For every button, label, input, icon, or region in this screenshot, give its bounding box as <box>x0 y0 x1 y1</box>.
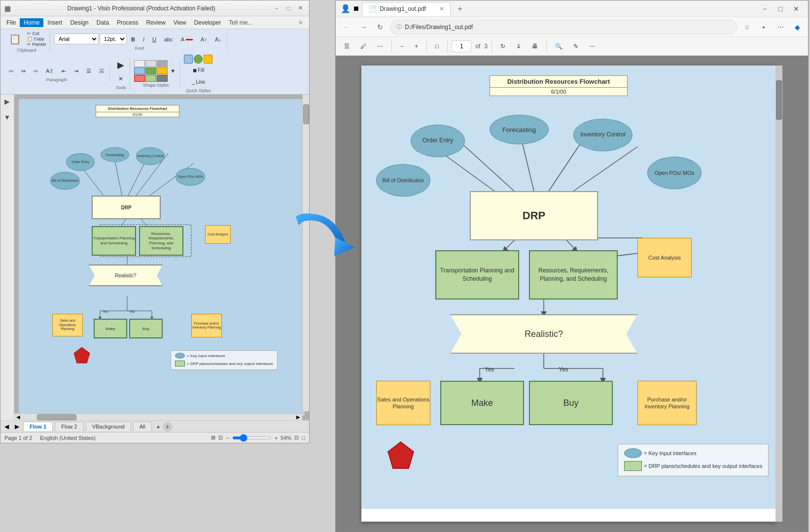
cut-button[interactable]: ✄ Cut <box>26 31 48 36</box>
style-swatch-6[interactable] <box>157 67 168 74</box>
tab-flow1[interactable]: Flow 1 <box>23 422 53 431</box>
font-size-selector[interactable]: 12pt. <box>100 33 127 44</box>
bullets-button[interactable]: ☰ <box>83 66 95 76</box>
style-swatch-4[interactable] <box>134 67 145 74</box>
vertical-scroll-thumb[interactable] <box>303 104 309 124</box>
quick-style-2[interactable] <box>194 55 203 64</box>
font-color-button[interactable]: A <box>177 34 196 45</box>
browser-avatar-icon[interactable]: 👤 <box>341 4 351 13</box>
underline-button[interactable]: U <box>149 34 160 45</box>
browser-maximize[interactable]: □ <box>774 2 787 16</box>
page-number-input[interactable] <box>452 40 471 52</box>
download-pdf[interactable]: ⇓ <box>512 40 526 53</box>
style-swatch-3[interactable] <box>157 60 168 67</box>
quick-style-3[interactable] <box>204 55 212 64</box>
scroll-left-button[interactable]: ◀ <box>14 414 22 420</box>
view-page-icon[interactable]: ⊡ <box>218 434 223 441</box>
annotate-pdf[interactable]: ✎ <box>569 40 583 53</box>
quick-style-1[interactable] <box>184 55 193 64</box>
pdf-vertical-scrollbar[interactable] <box>775 66 782 522</box>
menu-home[interactable]: Home <box>20 18 43 27</box>
scroll-right-button[interactable]: ▶ <box>294 414 302 420</box>
more-options-button[interactable]: ⋯ <box>774 20 787 34</box>
menu-process[interactable]: Process <box>113 18 142 27</box>
rotate-pdf[interactable]: ↻ <box>496 40 510 53</box>
line-button[interactable]: ⎯ Line <box>188 76 209 87</box>
zoom-in-button[interactable]: + <box>275 435 278 441</box>
style-swatch-7[interactable] <box>134 75 145 82</box>
grow-font-button[interactable]: A↑ <box>197 34 211 45</box>
refresh-button[interactable]: ↻ <box>373 20 387 34</box>
increase-indent-button[interactable]: ⇥ <box>70 66 82 76</box>
more-styles-button[interactable]: ▼ <box>170 60 177 82</box>
shrink-font-button[interactable]: A↓ <box>211 34 225 45</box>
menu-review[interactable]: Review <box>142 18 169 27</box>
grow-text-button[interactable]: A⇧ <box>42 66 57 76</box>
bold-button[interactable]: B <box>128 34 139 45</box>
zoom-out-pdf[interactable]: − <box>396 40 408 53</box>
pdf-scroll-thumb[interactable] <box>776 80 782 120</box>
pdf-nav-menu[interactable]: ☰ <box>340 40 354 53</box>
pdf-more-tools[interactable]: ⋯ <box>373 40 387 53</box>
browser-minimize[interactable]: − <box>758 2 772 16</box>
shapes-panel-button[interactable]: ▼ <box>3 112 12 122</box>
close-button[interactable]: ✕ <box>295 3 305 13</box>
fit-page-pdf[interactable]: □ <box>431 40 443 53</box>
menu-view[interactable]: View <box>170 18 190 27</box>
tab-vbackground[interactable]: VBackground <box>86 422 131 431</box>
tab-all[interactable]: All <box>133 422 152 431</box>
menu-tell-me[interactable]: Tell me... <box>225 18 256 27</box>
pointer-tool-button[interactable]: ▶ <box>114 58 128 72</box>
decrease-indent-button[interactable]: ⇤ <box>58 66 70 76</box>
more-pdf-options[interactable]: ⋯ <box>585 40 599 53</box>
align-right-button[interactable]: ⇨ <box>30 66 41 76</box>
pdf-cursor-mode[interactable]: 🖊 <box>356 40 371 53</box>
menu-developer[interactable]: Developer <box>190 18 225 27</box>
connection-tool-button[interactable]: ✕ <box>115 73 127 84</box>
new-tab-button[interactable]: + <box>454 2 466 15</box>
fullscreen-button[interactable]: □ <box>302 435 305 441</box>
expand-button[interactable]: ▶ <box>3 97 11 106</box>
fit-page-button[interactable]: ⊡ <box>294 434 299 441</box>
print-pdf[interactable]: 🖶 <box>528 40 542 53</box>
paste-button[interactable]: 📋 <box>5 33 25 44</box>
align-center-button[interactable]: ⇔ <box>18 66 29 76</box>
minimize-button[interactable]: − <box>272 3 282 13</box>
format-painter-button[interactable]: ✂ Painter <box>26 42 48 47</box>
horizontal-scroll-thumb[interactable] <box>37 414 76 420</box>
close-ribbon[interactable]: ✕ <box>294 18 307 27</box>
numbering-button[interactable]: ☵ <box>96 66 107 76</box>
style-swatch-2[interactable] <box>145 60 156 67</box>
collections-button[interactable]: ▪ <box>757 20 771 34</box>
zoom-slider[interactable] <box>232 436 272 439</box>
style-swatch-9[interactable] <box>157 75 168 82</box>
forward-button[interactable]: → <box>356 20 370 34</box>
maximize-button[interactable]: □ <box>283 3 293 13</box>
copy-button[interactable]: 📋 Copy <box>26 36 48 41</box>
horizontal-scrollbar[interactable]: ◀ ▶ <box>14 413 302 420</box>
zoom-in-pdf[interactable]: + <box>410 40 423 53</box>
tab-scroll-left[interactable]: ◀ <box>2 423 11 430</box>
style-swatch-1[interactable] <box>134 60 145 67</box>
tab-flow2[interactable]: Flow 2 <box>55 422 83 431</box>
extensions-icon[interactable]: ■ <box>353 3 359 14</box>
menu-design[interactable]: Design <box>66 18 92 27</box>
menu-insert[interactable]: Insert <box>43 18 66 27</box>
style-swatch-5[interactable] <box>145 67 156 74</box>
pdf-tab[interactable]: 📄 Drawing1_out.pdf ✕ <box>362 2 451 16</box>
style-swatch-8[interactable] <box>145 75 156 82</box>
edge-icon[interactable]: ◆ <box>790 20 804 34</box>
view-normal-icon[interactable]: ⊞ <box>211 434 215 441</box>
back-button[interactable]: ← <box>340 20 353 34</box>
italic-button[interactable]: I <box>140 34 148 45</box>
font-selector[interactable]: Arial <box>54 33 99 44</box>
close-tab-button[interactable]: ✕ <box>439 5 444 12</box>
search-pdf[interactable]: 🔍 <box>551 40 567 53</box>
zoom-out-button[interactable]: − <box>226 435 229 441</box>
menu-file[interactable]: File <box>2 18 20 27</box>
strikethrough-button[interactable]: abc <box>161 34 176 45</box>
align-left-button[interactable]: ⇦ <box>5 66 17 76</box>
add-tab-button[interactable]: + <box>163 422 173 432</box>
tab-scroll-right[interactable]: ▶ <box>13 423 21 430</box>
favorites-button[interactable]: ☆ <box>740 20 754 34</box>
